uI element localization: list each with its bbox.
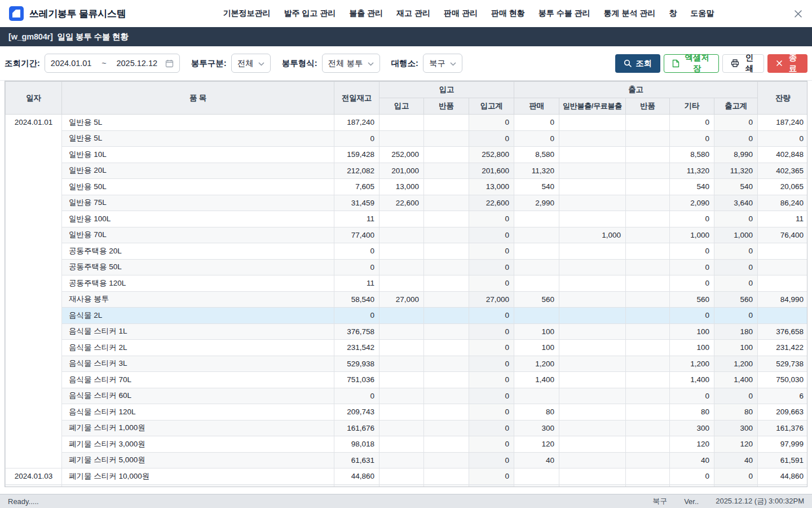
- cell-issue[interactable]: [559, 356, 626, 372]
- cell-prev-stock[interactable]: 61,631: [334, 452, 379, 468]
- cell-sale[interactable]: 120: [514, 436, 559, 453]
- cell-etc[interactable]: 0: [670, 308, 714, 324]
- cell-in-total[interactable]: 22,600: [469, 195, 514, 211]
- cell-etc[interactable]: 0: [670, 259, 714, 275]
- cell-out-total[interactable]: 0: [714, 308, 758, 324]
- cell-in-total[interactable]: 0: [469, 404, 514, 421]
- cell-out-return[interactable]: [626, 452, 670, 468]
- cell-out-return[interactable]: [626, 388, 670, 404]
- cell-out-return[interactable]: [626, 372, 670, 388]
- cell-prev-stock[interactable]: 7,605: [334, 179, 379, 195]
- cell-prev-stock[interactable]: 31,459: [334, 195, 379, 211]
- cell-out-return[interactable]: [626, 179, 670, 195]
- cell-prev-stock[interactable]: 0: [334, 130, 379, 147]
- cell-issue[interactable]: [559, 468, 626, 485]
- cell-issue[interactable]: [559, 372, 626, 388]
- col-header-remain[interactable]: 잔량: [758, 82, 808, 115]
- cell-issue[interactable]: [559, 452, 626, 468]
- cell-prev-stock[interactable]: 529,938: [334, 356, 379, 372]
- cell-in-return[interactable]: [424, 308, 469, 324]
- cell-out-return[interactable]: [626, 323, 670, 340]
- cell-remain[interactable]: 86,240: [758, 195, 808, 211]
- cell-remain[interactable]: 44,860: [758, 468, 808, 485]
- menu-item-order-inbound[interactable]: 발주 입고 관리: [284, 8, 336, 19]
- table-row[interactable]: 폐기물 스티커 5,000원61,631040404061,591: [6, 452, 808, 468]
- cell-out-return[interactable]: [626, 436, 670, 453]
- bag-type-select[interactable]: 전체: [231, 54, 271, 73]
- cell-etc[interactable]: 0: [670, 115, 714, 131]
- cell-in-total[interactable]: 0: [469, 420, 514, 436]
- cell-out-total[interactable]: 0: [714, 243, 758, 260]
- cell-etc[interactable]: 1,000: [670, 227, 714, 243]
- table-row[interactable]: [6, 484, 808, 487]
- cell-out-return[interactable]: [626, 243, 670, 260]
- cell-out-return[interactable]: [626, 195, 670, 211]
- cell-in[interactable]: [379, 227, 424, 243]
- cell-in-return[interactable]: [424, 372, 469, 388]
- cell-in[interactable]: [379, 484, 424, 487]
- cell-remain[interactable]: 61,591: [758, 452, 808, 468]
- col-header-sale[interactable]: 판매: [514, 98, 559, 115]
- cell-in-total[interactable]: 0: [469, 468, 514, 485]
- cell-issue[interactable]: [559, 115, 626, 131]
- cell-out-total[interactable]: 120: [714, 436, 758, 453]
- cell-in-return[interactable]: [424, 291, 469, 308]
- cell-issue[interactable]: [559, 275, 626, 292]
- cell-out-return[interactable]: [626, 211, 670, 227]
- cell-remain[interactable]: 161,376: [758, 420, 808, 436]
- cell-in-total[interactable]: 0: [469, 259, 514, 275]
- cell-out-total[interactable]: 80: [714, 404, 758, 421]
- col-group-inbound[interactable]: 입고: [379, 82, 514, 98]
- cell-sale[interactable]: [514, 211, 559, 227]
- cell-remain[interactable]: 6: [758, 388, 808, 404]
- cell-in[interactable]: [379, 388, 424, 404]
- cell-out-total[interactable]: 40: [714, 452, 758, 468]
- menu-item-statistics[interactable]: 통계 분석 관리: [604, 8, 656, 19]
- cell-in-return[interactable]: [424, 227, 469, 243]
- cell-etc[interactable]: 0: [670, 388, 714, 404]
- cell-in[interactable]: [379, 211, 424, 227]
- cell-in-total[interactable]: 0: [469, 308, 514, 324]
- cell-etc[interactable]: 560: [670, 291, 714, 308]
- cell-in-return[interactable]: [424, 163, 469, 179]
- cell-out-total[interactable]: 540: [714, 179, 758, 195]
- cell-out-total[interactable]: 0: [714, 275, 758, 292]
- cell-out-total[interactable]: 0: [714, 115, 758, 131]
- cell-in[interactable]: [379, 452, 424, 468]
- cell-in[interactable]: [379, 356, 424, 372]
- cell-issue[interactable]: [559, 163, 626, 179]
- cell-remain[interactable]: 529,738: [758, 356, 808, 372]
- cell-in[interactable]: 13,000: [379, 179, 424, 195]
- cell-issue[interactable]: [559, 259, 626, 275]
- cell-etc[interactable]: 0: [670, 468, 714, 485]
- cell-item[interactable]: 음식물 스티커 2L: [62, 340, 334, 356]
- table-row[interactable]: 일반용 70L77,40001,0001,0001,00076,400: [6, 227, 808, 243]
- cell-prev-stock[interactable]: 11: [334, 211, 379, 227]
- cell-in[interactable]: [379, 372, 424, 388]
- col-header-date[interactable]: 일자: [6, 82, 62, 115]
- menu-item-bag-ledger[interactable]: 봉투 수불 관리: [539, 8, 590, 19]
- table-row[interactable]: 폐기물 스티커 1,000원161,6760300300300161,376: [6, 420, 808, 436]
- menu-item-basic-info[interactable]: 기본정보관리: [223, 8, 270, 19]
- cell-issue[interactable]: [559, 195, 626, 211]
- cell-in-return[interactable]: [424, 275, 469, 292]
- cell-sale[interactable]: 11,320: [514, 163, 559, 179]
- cell-in[interactable]: [379, 259, 424, 275]
- cell-sale[interactable]: 40: [514, 452, 559, 468]
- cell-sale[interactable]: 560: [514, 291, 559, 308]
- col-header-item[interactable]: 품 목: [62, 82, 334, 115]
- cell-out-total[interactable]: 8,990: [714, 147, 758, 163]
- col-header-out-return[interactable]: 반품: [626, 98, 670, 115]
- cell-prev-stock[interactable]: 187,240: [334, 115, 379, 131]
- cell-sale[interactable]: 0: [514, 130, 559, 147]
- cell-remain[interactable]: 231,422: [758, 340, 808, 356]
- cell-in-return[interactable]: [424, 323, 469, 340]
- cell-in-return[interactable]: [424, 115, 469, 131]
- cell-issue[interactable]: [559, 436, 626, 453]
- cell-issue[interactable]: [559, 291, 626, 308]
- cell-remain[interactable]: [758, 243, 808, 260]
- cell-remain[interactable]: 0: [758, 130, 808, 147]
- cell-in-total[interactable]: 0: [469, 130, 514, 147]
- cell-in[interactable]: [379, 404, 424, 421]
- cell-in-return[interactable]: [424, 484, 469, 487]
